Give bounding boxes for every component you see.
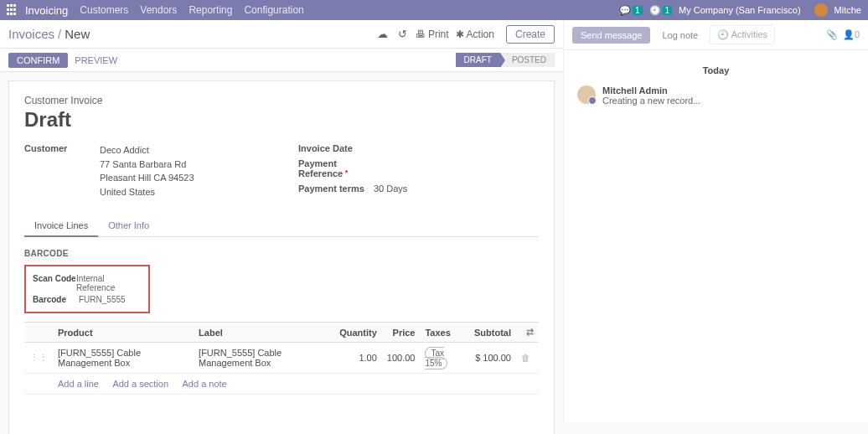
tabs: Invoice Lines Other Info [24,215,539,237]
cell-qty[interactable]: 1.00 [334,343,382,374]
col-quantity: Quantity [334,323,382,343]
message-author: Mitchell Admin [602,85,700,96]
status-posted[interactable]: POSTED [500,53,555,67]
status-bar: CONFIRM PREVIEW DRAFT POSTED [0,49,563,72]
attachment-icon[interactable]: 📎 [826,29,838,40]
undo-icon[interactable]: ↺ [398,28,407,40]
delete-row-icon[interactable]: 🗑 [521,353,530,363]
user-name[interactable]: Mitche [834,5,861,15]
activity-indicator[interactable]: 🕘1 [649,5,673,16]
customer-label: Customer [24,143,100,199]
nav-configuration[interactable]: Configuration [244,4,303,16]
print-button[interactable]: 🖶 Print [416,28,449,40]
nav-customers[interactable]: Customers [80,4,128,16]
cell-product[interactable]: [FURN_5555] Cable Management Box [53,343,194,374]
col-product: Product [53,323,194,343]
drag-handle-icon[interactable]: ⋮⋮ [29,353,48,363]
cell-subtotal: $ 100.00 [469,343,516,374]
doc-type: Customer Invoice [24,95,539,106]
cloud-download-icon[interactable]: ☁ [377,28,388,40]
message-avatar [577,85,596,104]
nav-vendors[interactable]: Vendors [140,4,177,16]
col-price: Price [382,323,421,343]
apps-icon[interactable] [7,4,18,16]
tab-other-info[interactable]: Other Info [98,215,159,236]
col-subtotal: Subtotal [469,323,516,343]
columns-toggle-icon[interactable]: ⇄ [526,327,534,337]
payment-terms-label: Payment terms [298,183,374,194]
col-taxes: Taxes [420,323,469,343]
status-draft[interactable]: DRAFT [456,53,500,67]
action-button[interactable]: ✱ Action [456,28,494,40]
tab-invoice-lines[interactable]: Invoice Lines [24,215,98,237]
barcode-section-title: BARCODE [24,249,539,258]
messages-indicator[interactable]: 💬1 [619,5,643,16]
table-row[interactable]: ⋮⋮ [FURN_5555] Cable Management Box [FUR… [24,343,539,374]
breadcrumb-current: New [65,27,90,41]
app-brand[interactable]: Invoicing [25,4,68,17]
add-line-link[interactable]: Add a line [58,379,99,389]
add-section-link[interactable]: Add a section [112,379,168,389]
user-avatar[interactable] [814,3,828,17]
control-bar: Invoices/New ☁ ↺ 🖶 Print ✱ Action Create [0,20,563,49]
activities-button[interactable]: 🕘 Activities [710,25,775,44]
barcode-box: Scan CodeInternal Reference BarcodeFURN_… [24,265,150,313]
barcode-value[interactable]: FURN_5555 [79,295,126,304]
cell-label[interactable]: [FURN_5555] Cable Management Box [194,343,334,374]
company-switcher[interactable]: My Company (San Francisco) [679,5,801,15]
payment-terms-value[interactable]: 30 Days [374,183,407,194]
scan-code-label: Scan Code [33,274,76,292]
message-body: Creating a new record... [602,96,700,106]
customer-value[interactable]: Deco Addict 77 Santa Barbara Rd Pleasant… [100,143,194,199]
doc-title: Draft [24,108,539,132]
log-note-button[interactable]: Log note [655,27,705,44]
invoice-date-label: Invoice Date [298,143,374,153]
chatter-date-separator: Today [577,65,855,75]
breadcrumb: Invoices/New [8,27,90,41]
chatter: Send message Log note 🕘 Activities 📎 👤0 … [563,20,868,422]
create-button[interactable]: Create [506,25,555,44]
cell-price[interactable]: 100.00 [382,343,421,374]
scan-code-value[interactable]: Internal Reference [76,274,142,292]
barcode-label: Barcode [33,295,79,304]
cell-tax[interactable]: Tax 15% [420,343,469,374]
form-sheet: Customer Invoice Draft Customer Deco Add… [8,80,555,434]
col-label: Label [194,323,334,343]
top-nav: Invoicing Customers Vendors Reporting Co… [0,0,868,20]
nav-reporting[interactable]: Reporting [189,4,232,16]
payment-ref-label: Payment Reference [298,158,374,178]
preview-button[interactable]: PREVIEW [75,55,117,65]
followers-count[interactable]: 👤0 [838,29,860,40]
invoice-lines-table: Product Label Quantity Price Taxes Subto… [24,322,539,395]
add-note-link[interactable]: Add a note [183,379,227,389]
confirm-button[interactable]: CONFIRM [8,53,68,68]
breadcrumb-root[interactable]: Invoices [8,27,54,41]
chatter-message: Mitchell Admin Creating a new record... [577,85,855,106]
send-message-button[interactable]: Send message [572,27,650,44]
